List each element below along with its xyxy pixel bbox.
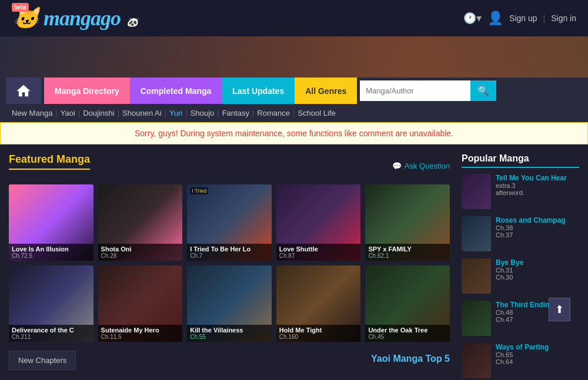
completed-manga-button[interactable]: Completed Manga	[130, 78, 222, 104]
subnav-yuri[interactable]: Yuri	[169, 109, 182, 117]
search-button[interactable]: 🔍	[470, 80, 496, 101]
popular-info: Bye Bye Ch.31Ch.30	[496, 258, 579, 281]
manga-info: Under the Oak Tree Ch.45	[365, 325, 450, 342]
sub-nav: New Manga | Yaoi | Doujinshi | Shounen A…	[0, 104, 588, 122]
manga-card[interactable]: Under the Oak Tree Ch.45	[365, 265, 450, 342]
popular-info: Ways of Parting Ch.65Ch.64	[496, 343, 579, 365]
logo[interactable]: beta 🐱 mangago 🐼	[12, 6, 138, 31]
manga-card[interactable]: Love Shuttle Ch.87	[276, 184, 361, 261]
manga-title: Love Is An Illusion	[12, 246, 91, 253]
manga-title: Hold Me Tight	[279, 327, 358, 334]
manga-card[interactable]: I Tried I Tried To Be Her Lo Ch.7	[187, 184, 272, 261]
manga-chapter: Ch.11.5	[101, 334, 180, 340]
manga-info: Sutenaide My Hero Ch.11.5	[98, 325, 183, 342]
header-banner	[0, 36, 588, 78]
popular-chapter: Ch.31	[496, 267, 579, 274]
header-right: 🕐▾ 👤 Sign up | Sign in	[463, 11, 576, 26]
subnav-yaoi[interactable]: Yaoi	[61, 109, 75, 117]
warning-banner: Sorry, guys! During system maintenance, …	[0, 122, 588, 144]
manga-chapter: Ch.72.5	[12, 253, 91, 259]
popular-list: Tell Me You Can Hear extra.3afterword. R…	[462, 174, 579, 378]
manga-info: Love Is An Illusion Ch.72.5	[9, 244, 93, 261]
featured-title: Featured Manga	[9, 153, 90, 170]
header-divider: |	[543, 14, 546, 23]
last-updates-button[interactable]: Last Updates	[222, 78, 295, 104]
manga-info: Love Shuttle Ch.87	[276, 244, 361, 261]
popular-title: Popular Manga	[462, 153, 579, 168]
subnav-fantasy[interactable]: Fantasy	[222, 109, 249, 117]
new-chapters-button[interactable]: New Chapters	[9, 351, 76, 370]
yaoi-top5-label: Yaoi Manga Top 5	[371, 354, 450, 364]
manga-grid: Love Is An Illusion Ch.72.5 Shota Oni Ch…	[9, 184, 450, 342]
popular-item[interactable]: Tell Me You Can Hear extra.3afterword.	[462, 174, 579, 209]
manga-info: Shota Oni Ch.28	[98, 244, 183, 261]
popular-info: Roses and Champag Ch.38Ch.37	[496, 216, 579, 238]
manga-info: Hold Me Tight Ch.160	[276, 325, 361, 342]
subnav-school-life[interactable]: School Life	[298, 109, 335, 117]
manga-title: Kill the Villainess	[190, 327, 269, 334]
ask-question-button[interactable]: 💬 Ask Question	[392, 162, 450, 170]
manga-chapter: Ch.55	[190, 334, 269, 340]
manga-info: Kill the Villainess Ch.55	[187, 325, 272, 342]
manga-card[interactable]: Sutenaide My Hero Ch.11.5	[98, 265, 183, 342]
home-icon	[15, 83, 32, 99]
manga-title: Love Shuttle	[279, 246, 358, 253]
back-to-top-button[interactable]: ⬆	[549, 298, 570, 321]
popular-manga-title[interactable]: Tell Me You Can Hear	[496, 174, 579, 182]
manga-chapter: Ch.45	[368, 334, 447, 340]
popular-chapter: Ch.65	[496, 351, 579, 358]
manga-chapter: Ch.87	[279, 253, 358, 259]
popular-manga-title[interactable]: Ways of Parting	[496, 343, 579, 351]
manga-card[interactable]: Hold Me Tight Ch.160	[276, 265, 361, 342]
manga-card[interactable]: Shota Oni Ch.28	[98, 184, 183, 261]
right-sidebar: Popular Manga Tell Me You Can Hear extra…	[462, 153, 579, 380]
manga-info: I Tried To Be Her Lo Ch.7	[187, 244, 272, 261]
manga-directory-button[interactable]: Manga Directory	[44, 78, 130, 104]
header: beta 🐱 mangago 🐼 🕐▾ 👤 Sign up | Sign in	[0, 0, 588, 36]
all-genres-button[interactable]: All Genres	[295, 78, 357, 104]
popular-manga-title[interactable]: Roses and Champag	[496, 216, 579, 224]
popular-thumb	[462, 343, 491, 378]
popular-thumb	[462, 174, 491, 209]
manga-title: Under the Oak Tree	[368, 327, 447, 334]
popular-chapter: Ch.38	[496, 224, 579, 231]
popular-chapter: afterword.	[496, 189, 579, 196]
signup-link[interactable]: Sign up	[509, 14, 537, 23]
popular-chapter: extra.3	[496, 182, 579, 189]
manga-card[interactable]: Deliverance of the C Ch.211	[9, 265, 93, 342]
popular-item[interactable]: Ways of Parting Ch.65Ch.64	[462, 343, 579, 378]
manga-info: Deliverance of the C Ch.211	[9, 325, 93, 342]
clock-icon[interactable]: 🕐▾	[463, 12, 482, 25]
ask-question-label: Ask Question	[405, 162, 450, 170]
subnav-new-manga[interactable]: New Manga	[12, 109, 52, 117]
popular-info: Tell Me You Can Hear extra.3afterword.	[496, 174, 579, 196]
manga-chapter: Ch.160	[279, 334, 358, 340]
chat-icon: 💬	[392, 162, 402, 170]
main-content: Featured Manga 💬 Ask Question Love Is An…	[0, 144, 588, 380]
manga-title: SPY x FAMILY	[368, 246, 447, 253]
popular-manga-title[interactable]: Bye Bye	[496, 258, 579, 267]
manga-card[interactable]: SPY x FAMILY Ch.62.1	[365, 184, 450, 261]
subnav-shounen-ai[interactable]: Shounen Ai	[122, 109, 162, 117]
subnav-shoujo[interactable]: Shoujo	[191, 109, 214, 117]
logo-panda: 🐼	[126, 17, 138, 27]
popular-chapter: Ch.37	[496, 231, 579, 238]
user-icon[interactable]: 👤	[487, 11, 503, 26]
subnav-doujinshi[interactable]: Doujinshi	[83, 109, 114, 117]
subnav-romance[interactable]: Romance	[257, 109, 290, 117]
manga-card[interactable]: Love Is An Illusion Ch.72.5	[9, 184, 93, 261]
search-form: 🔍	[360, 80, 489, 101]
featured-header: Featured Manga 💬 Ask Question	[9, 153, 450, 179]
popular-item[interactable]: Bye Bye Ch.31Ch.30	[462, 258, 579, 294]
beta-badge: beta	[12, 3, 29, 12]
popular-thumb	[462, 216, 491, 251]
popular-item[interactable]: Roses and Champag Ch.38Ch.37	[462, 216, 579, 251]
signin-link[interactable]: Sign in	[551, 14, 576, 23]
manga-card[interactable]: Kill the Villainess Ch.55	[187, 265, 272, 342]
home-button[interactable]	[6, 78, 41, 104]
manga-chapter: Ch.28	[101, 253, 180, 259]
manga-title: I Tried To Be Her Lo	[190, 246, 269, 253]
search-input[interactable]	[360, 80, 470, 101]
manga-title: Shota Oni	[101, 246, 180, 253]
popular-thumb	[462, 301, 491, 336]
